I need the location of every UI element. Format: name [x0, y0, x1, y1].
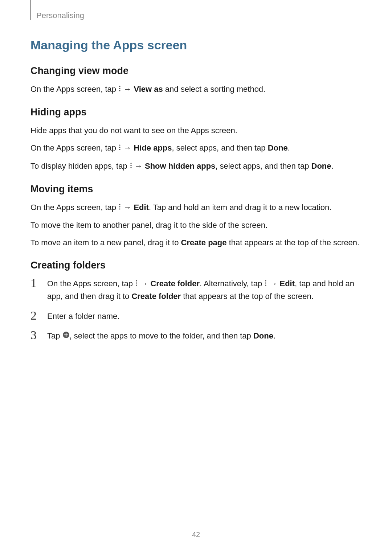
svg-point-3	[119, 145, 121, 146]
bold-text: Done	[311, 161, 331, 171]
bold-text: Show hidden apps	[145, 161, 215, 171]
text: .	[331, 161, 334, 171]
text: .	[273, 331, 275, 340]
list-number: 1	[30, 277, 47, 289]
section3-p3: To move an item to a new panel, drag it …	[30, 237, 364, 249]
bold-text: Create folder	[131, 292, 181, 301]
text: , select the apps to move to the folder,…	[70, 331, 253, 340]
bold-text: Done	[268, 143, 288, 152]
list-item-2: 2 Enter a folder name.	[30, 310, 364, 323]
text: that appears at the top of the screen.	[181, 292, 314, 301]
svg-point-16	[265, 283, 266, 284]
svg-point-1	[119, 88, 121, 89]
bold-text: Create folder	[150, 279, 200, 288]
arrow-icon: →	[267, 279, 279, 288]
text: On the Apps screen, tap	[30, 203, 118, 212]
arrow-icon: →	[121, 85, 134, 94]
svg-point-11	[119, 208, 121, 209]
more-icon	[118, 83, 121, 95]
section3-p1: On the Apps screen, tap → Edit. Tap and …	[30, 201, 364, 214]
section3-p2: To move the item to another panel, drag …	[30, 219, 364, 231]
text: On the Apps screen, tap	[47, 279, 135, 288]
svg-point-13	[136, 283, 137, 284]
list-content: On the Apps screen, tap → Create folder.…	[47, 278, 364, 303]
text: On the Apps screen, tap	[30, 85, 118, 94]
more-icon	[135, 278, 138, 290]
svg-point-12	[136, 280, 137, 282]
section4-heading: Creating folders	[30, 260, 364, 271]
section2-p1: Hide apps that you do not want to see on…	[30, 124, 364, 137]
svg-point-15	[265, 280, 266, 282]
list-content: Enter a folder name.	[47, 310, 364, 323]
svg-point-5	[119, 149, 121, 150]
section2-p2: On the Apps screen, tap → Hide apps, sel…	[30, 142, 364, 155]
svg-point-7	[130, 165, 131, 166]
text: . Alternatively, tap	[200, 279, 264, 288]
svg-point-9	[119, 204, 121, 205]
list-content: Tap , select the apps to move to the fol…	[47, 330, 364, 342]
list-item-1: 1 On the Apps screen, tap → Create folde…	[30, 278, 364, 303]
text: , select apps, and then tap	[215, 161, 311, 171]
text: Tap	[47, 331, 62, 340]
svg-point-17	[265, 285, 266, 286]
section2-heading: Hiding apps	[30, 107, 364, 118]
header-section-name: Personalising	[36, 11, 84, 20]
bold-text: Done	[253, 331, 273, 340]
arrow-icon: →	[132, 161, 145, 171]
text: . Tap and hold an item and drag it to a …	[149, 203, 332, 212]
list-number: 2	[30, 309, 47, 322]
arrow-icon: →	[121, 203, 134, 212]
bold-text: Create page	[181, 238, 227, 247]
svg-point-0	[119, 86, 121, 87]
bold-text: Hide apps	[134, 143, 172, 152]
bold-text: Edit	[134, 203, 149, 212]
list-item-3: 3 Tap , select the apps to move to the f…	[30, 330, 364, 342]
svg-point-6	[130, 163, 131, 164]
section2-p3: To display hidden apps, tap → Show hidde…	[30, 160, 364, 173]
page-content: Managing the Apps screen Changing view m…	[30, 38, 364, 350]
text: On the Apps screen, tap	[30, 143, 118, 152]
arrow-icon: →	[121, 143, 134, 152]
svg-point-8	[130, 167, 131, 168]
more-icon	[130, 160, 132, 172]
main-heading: Managing the Apps screen	[30, 38, 364, 52]
arrow-icon: →	[138, 279, 150, 288]
section1-heading: Changing view mode	[30, 65, 364, 77]
section1-p1: On the Apps screen, tap → View as and se…	[30, 83, 364, 96]
more-icon	[118, 142, 121, 154]
plus-circle-icon	[62, 330, 70, 342]
svg-point-4	[119, 147, 121, 148]
bold-text: Edit	[279, 279, 295, 288]
text: To display hidden apps, tap	[30, 161, 130, 171]
header-rule	[30, 0, 31, 20]
text: .	[288, 143, 290, 152]
more-icon	[118, 201, 121, 214]
svg-point-10	[119, 206, 121, 207]
numbered-list: 1 On the Apps screen, tap → Create folde…	[30, 278, 364, 342]
list-number: 3	[30, 329, 47, 341]
text: that appears at the top of the screen.	[227, 238, 360, 247]
text: To move an item to a new panel, drag it …	[30, 238, 181, 247]
page-number: 42	[0, 530, 392, 539]
more-icon	[264, 278, 267, 290]
text: , select apps, and then tap	[172, 143, 268, 152]
section3-heading: Moving items	[30, 184, 364, 195]
svg-point-2	[119, 90, 121, 91]
svg-point-14	[136, 285, 137, 286]
bold-text: View as	[134, 85, 163, 94]
text: and select a sorting method.	[163, 85, 266, 94]
